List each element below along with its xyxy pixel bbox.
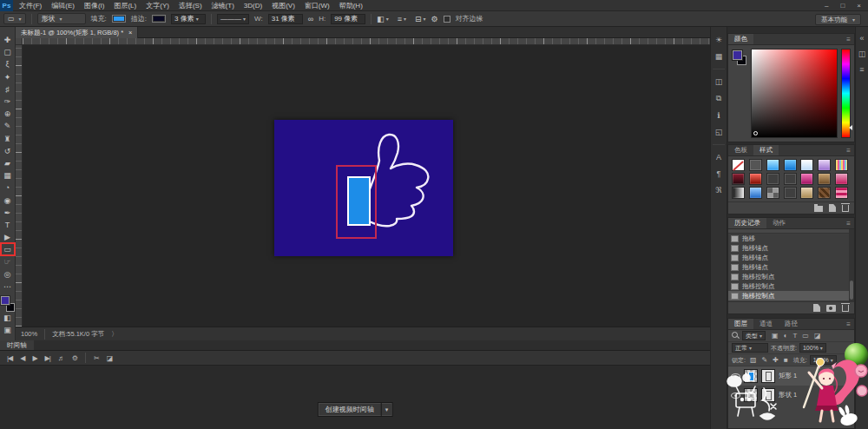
- close-document-icon[interactable]: ×: [128, 29, 132, 36]
- collapsed-panel-icon[interactable]: ◫: [858, 50, 866, 58]
- panel-menu-icon[interactable]: ≡: [846, 218, 854, 228]
- lock-position-icon[interactable]: ✚: [773, 356, 779, 364]
- vector-mask-thumbnail[interactable]: [761, 369, 775, 383]
- history-state[interactable]: 拖移锚点: [728, 253, 854, 262]
- panel-menu-icon[interactable]: ≡: [846, 319, 854, 329]
- tab-history-历史记录[interactable]: 历史记录: [728, 218, 766, 228]
- style-swatch[interactable]: [818, 159, 831, 171]
- style-swatch[interactable]: [800, 173, 813, 185]
- panel-menu-icon[interactable]: ≡: [846, 34, 854, 44]
- style-swatch[interactable]: [784, 159, 797, 171]
- scrollbar-thumb[interactable]: [850, 280, 853, 300]
- layer-thumbnail[interactable]: [744, 369, 758, 383]
- style-swatch[interactable]: [749, 187, 762, 199]
- style-swatch[interactable]: [749, 173, 762, 185]
- panel-menu-icon[interactable]: ≡: [859, 65, 864, 74]
- foreground-color-swatch[interactable]: [733, 50, 742, 60]
- tab-styles-色板[interactable]: 色板: [728, 145, 753, 155]
- style-swatch[interactable]: [818, 187, 831, 199]
- settings-button[interactable]: ⚙: [72, 354, 77, 362]
- style-swatch[interactable]: [835, 159, 848, 171]
- style-swatch[interactable]: [766, 187, 779, 199]
- path-selection-tool[interactable]: ▶: [0, 231, 16, 243]
- style-swatch[interactable]: [800, 159, 813, 171]
- style-swatch[interactable]: [784, 173, 797, 185]
- style-swatch[interactable]: [818, 173, 831, 185]
- pen-tool[interactable]: ✒: [0, 207, 16, 219]
- filter-adjustment-icon[interactable]: ◐: [784, 332, 788, 340]
- tab-layers-图层[interactable]: 图层: [728, 319, 753, 329]
- eraser-tool[interactable]: ▰: [0, 157, 16, 169]
- history-state[interactable]: 拖移锚点: [728, 262, 854, 272]
- dodge-tool[interactable]: ◉: [0, 194, 16, 206]
- menu-item[interactable]: 窗口(W): [305, 1, 330, 10]
- more-tools[interactable]: ⋯: [0, 280, 16, 293]
- info-icon[interactable]: ℹ: [717, 111, 720, 120]
- paragraph-icon[interactable]: ¶: [717, 169, 721, 178]
- glyphs-icon[interactable]: ℜ: [715, 186, 721, 195]
- style-swatch[interactable]: [766, 159, 779, 171]
- quick-mask-button[interactable]: ◧: [0, 312, 16, 324]
- split-clip-button[interactable]: ✂: [94, 354, 99, 362]
- delete-state-icon[interactable]: [842, 305, 849, 312]
- hand-tool[interactable]: ☞: [0, 255, 16, 267]
- gradient-tool[interactable]: ▦: [0, 169, 16, 182]
- libraries-icon[interactable]: ◫: [715, 77, 723, 86]
- new-document-from-state-icon[interactable]: [813, 304, 820, 312]
- visibility-eye-icon[interactable]: [731, 393, 740, 399]
- document-tab[interactable]: 未标题-1 @ 100%(矩形 1, RGB/8) * ×: [16, 27, 138, 38]
- quick-selection-tool[interactable]: ✦: [0, 71, 16, 83]
- menu-item[interactable]: 视图(V): [272, 1, 295, 10]
- filter-shape-icon[interactable]: ▭: [802, 332, 809, 340]
- menu-item[interactable]: 文件(F): [19, 1, 42, 10]
- hue-slider[interactable]: [841, 49, 851, 138]
- styles-dock-icon[interactable]: ▦: [715, 52, 723, 61]
- status-arrow-icon[interactable]: 〉: [111, 330, 118, 339]
- menu-item[interactable]: 滤镜(T): [212, 1, 234, 10]
- gear-icon[interactable]: ⚙: [431, 15, 438, 23]
- tab-history-动作[interactable]: 动作: [766, 218, 792, 228]
- tab-layers-路径[interactable]: 路径: [779, 319, 804, 329]
- style-swatch[interactable]: [749, 159, 762, 171]
- character-icon[interactable]: A: [716, 153, 721, 162]
- history-state[interactable]: 拖移控制点: [728, 291, 854, 300]
- tab-timeline[interactable]: 时间轴: [0, 340, 34, 350]
- color-picker-marker[interactable]: [753, 131, 758, 135]
- shape-height-field[interactable]: 99 像素: [331, 14, 365, 24]
- history-state[interactable]: 拖移控制点: [728, 281, 854, 291]
- workspace-switcher-button[interactable]: 基本功能: [815, 14, 861, 25]
- create-video-timeline-button[interactable]: 创建视频时间轴 ▾: [318, 402, 393, 417]
- audio-button[interactable]: ♬: [58, 354, 64, 362]
- history-scrollbar[interactable]: [849, 229, 854, 301]
- history-state[interactable]: 拖移: [728, 234, 854, 243]
- menu-item[interactable]: 编辑(E): [51, 1, 75, 10]
- color-swatch-pair[interactable]: [1, 296, 15, 312]
- style-swatch[interactable]: [766, 173, 779, 185]
- minimize-button[interactable]: –: [825, 2, 828, 10]
- marquee-tool[interactable]: ▢: [0, 46, 16, 58]
- style-swatch[interactable]: [800, 187, 813, 199]
- zoom-tool[interactable]: ◎: [0, 268, 16, 280]
- tool-preset-button[interactable]: ▭: [3, 13, 26, 24]
- tab-color[interactable]: 颜色: [728, 34, 753, 44]
- close-button[interactable]: ×: [857, 2, 861, 10]
- menu-item[interactable]: 选择(S): [179, 1, 202, 10]
- opacity-dropdown[interactable]: 100%: [799, 343, 826, 353]
- style-swatch[interactable]: [835, 187, 848, 199]
- visibility-eye-icon[interactable]: [731, 373, 740, 380]
- style-swatch[interactable]: [732, 159, 745, 171]
- tab-layers-通道[interactable]: 通道: [753, 319, 779, 329]
- align-edges-checkbox[interactable]: [444, 16, 450, 23]
- previous-frame-button[interactable]: ◀: [20, 354, 24, 362]
- history-brush-tool[interactable]: ↺: [0, 145, 16, 157]
- screen-mode-button[interactable]: ▣: [0, 324, 16, 336]
- chevron-down-icon[interactable]: ▾: [381, 403, 392, 416]
- path-alignment-icon[interactable]: ≡: [398, 15, 406, 23]
- blend-mode-dropdown[interactable]: 正常: [732, 343, 768, 353]
- lock-transparency-icon[interactable]: ▨: [750, 356, 757, 364]
- healing-brush-tool[interactable]: ⊕: [0, 108, 16, 120]
- path-operations-icon[interactable]: ◧: [377, 15, 389, 23]
- new-style-icon[interactable]: [829, 204, 836, 212]
- move-tool[interactable]: ✚: [0, 34, 16, 46]
- blur-tool[interactable]: ◔: [0, 182, 16, 194]
